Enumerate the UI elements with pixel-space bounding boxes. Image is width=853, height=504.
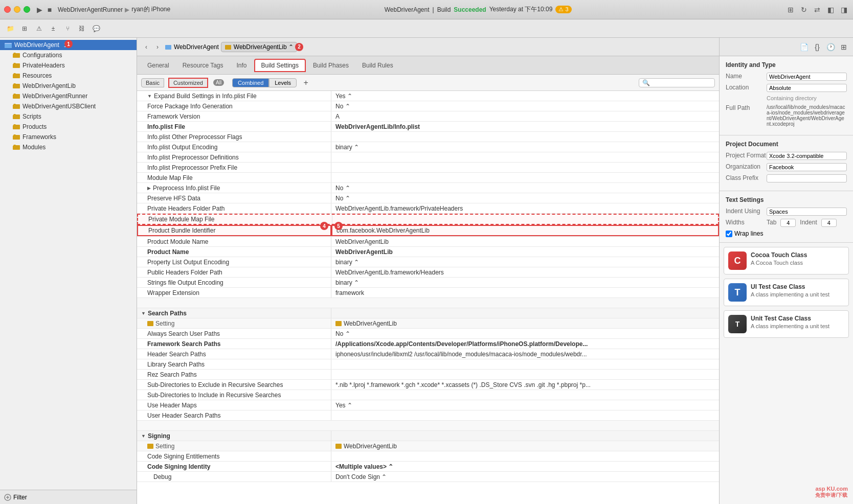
setting-value[interactable] <box>331 390 719 400</box>
tab-width-input[interactable] <box>780 219 796 227</box>
setting-value[interactable]: Yes ⌃ <box>331 400 719 410</box>
setting-value[interactable]: WebDriverAgentLib <box>331 237 719 246</box>
grid-icon[interactable]: ⊞ <box>785 5 796 15</box>
setting-value[interactable] <box>331 163 719 172</box>
basic-button[interactable]: Basic <box>141 78 164 87</box>
warning-badge[interactable]: ⚠ 3 <box>555 6 571 13</box>
setting-value[interactable] <box>331 173 719 182</box>
tab-build-phases[interactable]: Build Phases <box>307 60 355 71</box>
project-selector[interactable]: WebDriverAgentLib ⌃ <box>221 42 297 52</box>
setting-value[interactable]: WebDriverAgentLib/Info.plist <box>331 122 719 131</box>
setting-value[interactable] <box>331 451 719 461</box>
customized-button[interactable]: Customized <box>168 78 208 88</box>
indent-width-input[interactable] <box>821 219 837 227</box>
minimize-button[interactable] <box>14 6 20 13</box>
diff-icon[interactable]: ± <box>47 22 59 35</box>
section-title[interactable]: Search Paths <box>137 308 331 318</box>
name-input[interactable] <box>767 73 847 81</box>
sidebar-item-products[interactable]: Products <box>0 122 137 132</box>
setting-value[interactable]: A <box>331 111 719 121</box>
sidebar-item-label: Modules <box>23 144 46 151</box>
nav-next-button[interactable]: › <box>152 42 163 52</box>
link-icon[interactable]: ⛓ <box>76 22 88 35</box>
sidebar-left-icon[interactable]: ◧ <box>825 5 836 15</box>
setting-value[interactable] <box>331 152 719 162</box>
setting-value[interactable] <box>331 359 719 369</box>
template-cocoa-touch[interactable]: C Cocoa Touch Class A Cocoa Touch class <box>724 247 849 274</box>
setting-value[interactable]: binary ⌃ <box>331 257 719 267</box>
combined-button[interactable]: Combined <box>232 78 269 87</box>
back-forward-icon[interactable]: ⇄ <box>812 5 822 15</box>
section-title[interactable]: Signing <box>137 431 331 441</box>
setting-value[interactable]: Yes ⌃ <box>331 91 719 101</box>
setting-value[interactable]: No ⌃ <box>331 329 719 338</box>
class-prefix-input[interactable] <box>767 174 847 182</box>
run-button[interactable]: ▶ <box>34 5 44 15</box>
setting-value[interactable]: Don't Code Sign ⌃ <box>331 472 719 482</box>
setting-value[interactable]: /Applications/Xcode.app/Contents/Develop… <box>331 339 719 349</box>
setting-value[interactable]: <Multiple values> ⌃ <box>331 462 719 471</box>
table-row: Preprocess Info.plist File No ⌃ <box>137 183 719 193</box>
grid-icon[interactable]: ⊞ <box>839 42 849 52</box>
json-icon[interactable]: {} <box>812 42 822 52</box>
setting-value[interactable]: No ⌃ <box>331 193 719 203</box>
setting-value[interactable]: binary ⌃ <box>331 278 719 287</box>
indent-select[interactable]: Spaces <box>767 208 847 216</box>
setting-value[interactable]: No ⌃ <box>331 183 719 193</box>
folder-open-icon[interactable]: 📁 <box>4 22 16 35</box>
tab-info[interactable]: Info <box>231 60 253 71</box>
clock-icon[interactable]: 🕐 <box>825 42 836 52</box>
setting-value[interactable] <box>332 215 718 224</box>
setting-value[interactable] <box>331 132 719 142</box>
git-icon[interactable]: ⑂ <box>61 22 74 35</box>
sidebar-item-modules[interactable]: Modules <box>0 142 137 152</box>
warning-icon[interactable]: ⚠ <box>33 22 45 35</box>
sidebar-item-resources[interactable]: Resources <box>0 71 137 81</box>
stop-button[interactable]: ■ <box>44 5 55 15</box>
location-select[interactable]: Absolute <box>767 84 847 92</box>
refresh-icon[interactable]: ↻ <box>799 5 809 15</box>
add-setting-button[interactable]: + <box>301 78 311 88</box>
sidebar-item-webdriveragentusbclient[interactable]: WebDriverAgentUSBClient <box>0 101 137 111</box>
setting-value[interactable]: *.nib *.lproj *.framework *.gch *.xcode*… <box>331 380 719 390</box>
setting-value[interactable]: binary ⌃ <box>331 142 719 152</box>
sidebar-item-frameworks[interactable]: Frameworks <box>0 132 137 142</box>
sidebar-item-scripts[interactable]: Scripts <box>0 111 137 122</box>
nav-prev-button[interactable]: ‹ <box>141 42 151 52</box>
setting-value[interactable]: framework <box>331 288 719 297</box>
sidebar-item-webdriveragentrunner[interactable]: WebDriverAgentRunner <box>0 91 137 101</box>
sidebar-item-privateheaders[interactable]: PrivateHeaders <box>0 60 137 71</box>
tab-build-settings[interactable]: Build Settings <box>254 59 306 72</box>
setting-value[interactable]: WebDriverAgentLib <box>331 247 719 257</box>
setting-value[interactable]: WebDriverAgentLib.framework/Headers <box>331 267 719 277</box>
sidebar-item-webdriveragent[interactable]: WebDriverAgent 1 <box>0 40 137 50</box>
template-ui-test[interactable]: T UI Test Case Class A class implementin… <box>724 279 849 306</box>
setting-value[interactable] <box>331 370 719 379</box>
setting-value[interactable] <box>331 410 719 420</box>
maximize-button[interactable] <box>24 6 30 13</box>
levels-button[interactable]: Levels <box>269 78 297 87</box>
doc-icon[interactable]: 📄 <box>799 42 809 52</box>
search-input[interactable] <box>650 80 711 86</box>
setting-value-bundle-id[interactable]: com.facebook.WebDriverAgentLib 5 <box>331 225 719 236</box>
msg-icon[interactable]: 💬 <box>90 22 102 35</box>
tab-build-rules[interactable]: Build Rules <box>356 60 399 71</box>
toggle-icon[interactable] <box>147 93 152 99</box>
setting-value[interactable]: iphoneos/usr/include/libxml2 /usr/local/… <box>331 349 719 359</box>
toggle-icon[interactable] <box>141 310 146 316</box>
sidebar-item-webdriveragentlib[interactable]: WebDriverAgentLib <box>0 81 137 91</box>
tab-resource-tags[interactable]: Resource Tags <box>176 60 230 71</box>
toggle-icon[interactable] <box>141 433 146 439</box>
sidebar-item-configurations[interactable]: Configurations <box>0 50 137 60</box>
tab-general[interactable]: General <box>141 60 175 71</box>
org-input[interactable] <box>767 163 847 171</box>
wrap-lines-checkbox[interactable] <box>726 231 732 237</box>
close-button[interactable] <box>4 6 11 13</box>
setting-value[interactable]: WebDriverAgentLib.framework/PrivateHeade… <box>331 203 719 213</box>
template-unit-test[interactable]: T Unit Test Case Class A class implement… <box>724 310 849 338</box>
format-select[interactable]: Xcode 3.2-compatible <box>767 152 847 160</box>
toggle-icon[interactable] <box>147 185 151 191</box>
sidebar-right-icon[interactable]: ◨ <box>839 5 849 15</box>
search-files-icon[interactable]: ⊞ <box>18 22 31 35</box>
setting-value[interactable]: No ⌃ <box>331 101 719 111</box>
